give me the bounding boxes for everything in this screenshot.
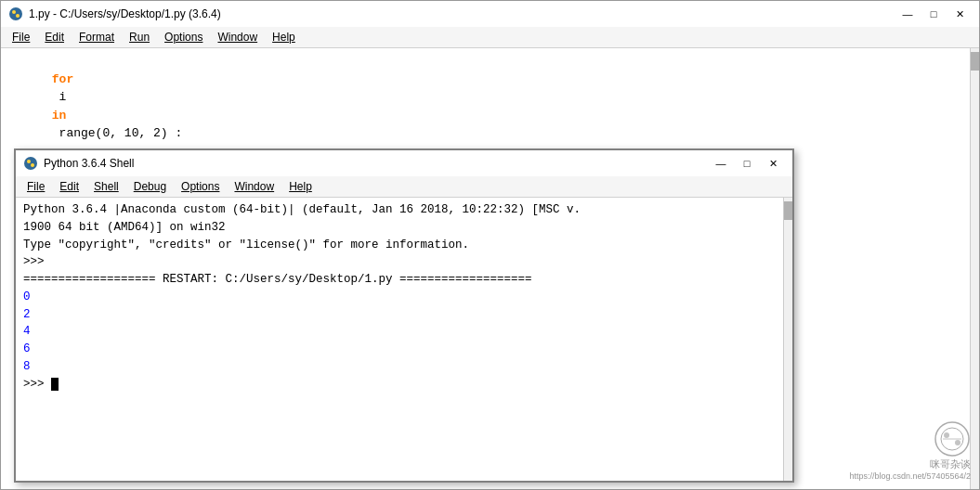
- shell-maximize-button[interactable]: □: [735, 154, 759, 173]
- shell-line-prompt1: >>>: [23, 253, 785, 271]
- shell-window-controls: — □ ✕: [709, 154, 785, 173]
- shell-title-left: Python 3.6.4 Shell: [23, 156, 134, 171]
- svg-point-0: [9, 7, 22, 20]
- output-num-2: 2: [23, 308, 31, 321]
- shell-menu-file[interactable]: File: [20, 178, 52, 195]
- shell-menu-options[interactable]: Options: [174, 178, 227, 195]
- shell-title-bar: Python 3.6.4 Shell — □ ✕: [16, 150, 792, 176]
- shell-output-4: 4: [23, 323, 785, 341]
- main-window-title: 1.py - C:/Users/sy/Desktop/1.py (3.6.4): [29, 7, 221, 20]
- shell-restart-line: =================== RESTART: C:/Users/sy…: [23, 271, 785, 289]
- code-text-1: i: [52, 90, 73, 104]
- svg-point-8: [944, 432, 949, 438]
- shell-close-button[interactable]: ✕: [761, 154, 785, 173]
- prompt-text: >>>: [23, 376, 51, 393]
- watermark-logo: [934, 420, 971, 458]
- shell-menu-bar: File Edit Shell Debug Options Window Hel…: [16, 176, 792, 198]
- close-button[interactable]: ✕: [947, 5, 972, 23]
- menu-file[interactable]: File: [5, 29, 37, 45]
- shell-output[interactable]: Python 3.6.4 |Anaconda custom (64-bit)| …: [16, 198, 792, 481]
- maximize-button[interactable]: □: [921, 5, 946, 23]
- shell-prompt-final: >>>: [23, 376, 785, 393]
- menu-format[interactable]: Format: [72, 29, 122, 45]
- output-num-0: 0: [23, 290, 31, 303]
- watermark-url: https://blog.csdn.net/57405564/2: [849, 471, 971, 481]
- scrollbar-thumb[interactable]: [971, 52, 979, 71]
- shell-minimize-button[interactable]: —: [709, 154, 733, 173]
- shell-output-8: 8: [23, 358, 785, 376]
- shell-line-2: 1900 64 bit (AMD64)] on win32: [23, 219, 785, 237]
- shell-window: Python 3.6.4 Shell — □ ✕ File Edit Shell…: [14, 148, 794, 483]
- keyword-for: for: [52, 72, 73, 86]
- svg-point-2: [16, 14, 20, 18]
- svg-point-1: [12, 10, 16, 14]
- shell-menu-window[interactable]: Window: [227, 178, 281, 195]
- code-text-2: range(0, 10, 2) :: [52, 126, 182, 140]
- main-title-bar: 1.py - C:/Users/sy/Desktop/1.py (3.6.4) …: [1, 1, 979, 27]
- shell-menu-help[interactable]: Help: [281, 178, 320, 195]
- menu-edit[interactable]: Edit: [37, 29, 72, 45]
- svg-point-3: [24, 157, 37, 170]
- shell-python-icon: [23, 156, 38, 171]
- python-icon: [8, 6, 23, 21]
- shell-menu-shell[interactable]: Shell: [86, 178, 126, 195]
- shell-menu-edit[interactable]: Edit: [52, 178, 86, 195]
- output-num-4: 4: [23, 325, 31, 338]
- shell-window-title: Python 3.6.4 Shell: [44, 157, 134, 170]
- watermark-area: 咪哥杂谈 https://blog.csdn.net/57405564/2: [849, 420, 971, 481]
- menu-options[interactable]: Options: [157, 29, 210, 45]
- title-bar-left: 1.py - C:/Users/sy/Desktop/1.py (3.6.4): [8, 6, 221, 21]
- keyword-in: in: [52, 109, 67, 122]
- main-menu-bar: File Edit Format Run Options Window Help: [1, 27, 979, 48]
- shell-line-3: Type "copyright", "credits" or "license(…: [23, 237, 785, 254]
- shell-scrollbar-thumb[interactable]: [784, 201, 792, 220]
- shell-scrollbar[interactable]: [783, 198, 792, 481]
- menu-window[interactable]: Window: [210, 29, 265, 45]
- watermark-name: 咪哥杂谈: [930, 458, 971, 471]
- cursor-blink: [51, 378, 59, 391]
- main-window-controls: — □ ✕: [895, 5, 972, 23]
- shell-output-0: 0: [23, 289, 785, 306]
- menu-help[interactable]: Help: [265, 29, 303, 45]
- output-num-8: 8: [23, 360, 31, 373]
- shell-menu-debug[interactable]: Debug: [126, 178, 174, 195]
- svg-point-4: [27, 160, 31, 163]
- shell-line-1: Python 3.6.4 |Anaconda custom (64-bit)| …: [23, 201, 785, 219]
- menu-run[interactable]: Run: [122, 29, 157, 45]
- shell-output-2: 2: [23, 306, 785, 324]
- shell-output-6: 6: [23, 341, 785, 358]
- editor-scrollbar[interactable]: [970, 48, 979, 489]
- minimize-button[interactable]: —: [895, 5, 920, 23]
- output-num-6: 6: [23, 342, 31, 355]
- svg-point-9: [955, 440, 960, 445]
- svg-point-5: [31, 163, 34, 167]
- code-line-1: for i in range(0, 10, 2) :: [8, 52, 972, 161]
